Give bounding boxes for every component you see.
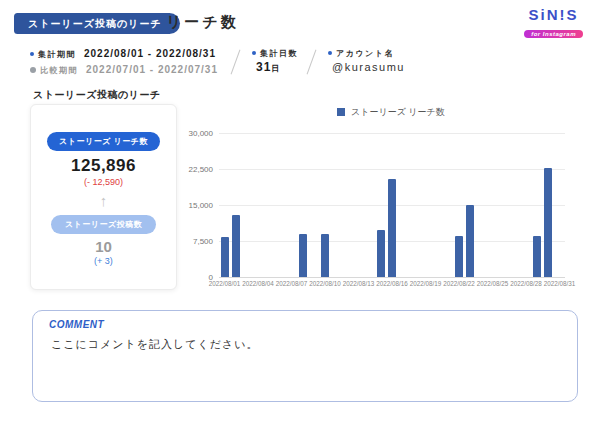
legend-label: ストーリーズ リーチ数: [351, 107, 445, 117]
reach-bar[interactable]: [377, 230, 385, 277]
posts-delta: (+ 3): [31, 256, 176, 266]
reach-pill: ストーリーズ リーチ数: [47, 132, 160, 151]
y-axis-tick-label: 30,000: [173, 129, 213, 138]
posts-value: 10: [31, 238, 176, 255]
reach-bar[interactable]: [388, 179, 396, 277]
y-axis-tick-label: 22,500: [173, 165, 213, 174]
sinis-logo-text: SiN!S: [524, 7, 583, 22]
summary-title: ストーリーズ投稿のリーチ: [33, 88, 161, 102]
days-label: 集計日数: [260, 49, 298, 58]
reach-bar[interactable]: [321, 234, 329, 277]
divider: [231, 50, 241, 75]
reach-bar[interactable]: [466, 205, 474, 277]
page-title: リーチ数: [166, 13, 239, 32]
reach-delta: (- 12,590): [31, 177, 176, 187]
reach-bar[interactable]: [455, 236, 463, 277]
section-pill: ストーリーズ投稿のリーチ: [14, 13, 180, 34]
reach-value: 125,896: [31, 156, 176, 176]
y-axis-tick-label: 7,500: [173, 237, 213, 246]
up-arrow-icon: ↑: [31, 193, 176, 208]
reach-bar[interactable]: [299, 234, 307, 277]
posts-pill: ストーリーズ投稿数: [51, 215, 156, 234]
period-value: 2022/08/01 - 2022/08/31: [84, 48, 216, 59]
chart-legend: ストーリーズ リーチ数: [337, 106, 445, 119]
legend-swatch-icon: [337, 108, 345, 116]
account-label: アカウント名: [336, 49, 394, 58]
x-axis-tick-label: 2022/08/31: [539, 280, 579, 287]
compare-value: 2022/07/01 - 2022/07/31: [86, 64, 218, 75]
report-meta: 集計期間2022/08/01 - 2022/08/31 比較期間2022/07/…: [30, 46, 580, 80]
summary-card: ストーリーズ リーチ数 125,896 (- 12,590) ↑ ストーリーズ投…: [30, 104, 177, 290]
y-axis-tick-label: 15,000: [173, 201, 213, 210]
period-label: 集計期間: [38, 50, 76, 59]
days-value: 31日: [256, 60, 280, 74]
compare-label: 比較期間: [40, 66, 78, 75]
report-page: ストーリーズ投稿のリーチ リーチ数 SiN!S for Instagram 集計…: [0, 0, 601, 425]
sinis-logo: SiN!S for Instagram: [524, 7, 583, 40]
sinis-logo-subtext: for Instagram: [524, 30, 583, 38]
reach-bar[interactable]: [533, 236, 541, 277]
reach-bar[interactable]: [232, 215, 240, 277]
divider: [307, 50, 317, 75]
bullet-icon: [252, 51, 256, 55]
bullet-icon: [30, 52, 34, 56]
reach-bar[interactable]: [544, 168, 552, 277]
comment-label: COMMENT: [49, 319, 104, 330]
comment-box[interactable]: COMMENT ここにコメントを記入してください。: [32, 310, 578, 402]
reach-bar[interactable]: [221, 237, 229, 277]
bullet-icon: [30, 67, 36, 73]
gridline: [219, 133, 565, 134]
gridline: [219, 277, 565, 278]
comment-placeholder[interactable]: ここにコメントを記入してください。: [51, 337, 259, 352]
gridline: [219, 169, 565, 170]
bullet-icon: [328, 51, 332, 55]
account-value: @kurasumu: [332, 61, 405, 73]
